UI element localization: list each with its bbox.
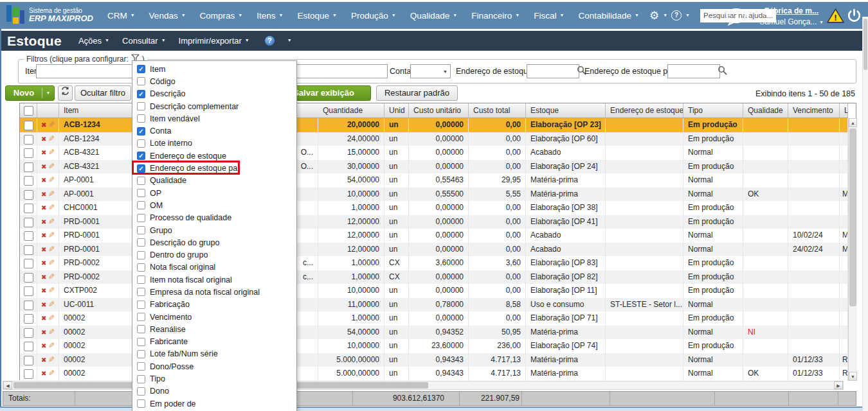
column-header-lote[interactable]: Lo xyxy=(840,103,848,118)
checked-checkbox[interactable]: ✓ xyxy=(137,127,145,136)
row-checkbox[interactable] xyxy=(24,356,33,365)
endereco-pai-search-icon[interactable] xyxy=(718,66,727,78)
column-option-endere-o-de-estoque[interactable]: ✓Endereço de estoque xyxy=(132,150,296,162)
delete-icon[interactable]: ✖ xyxy=(41,177,46,184)
navbar-menu-contabilidade[interactable]: Contabilidade▼ xyxy=(578,11,639,21)
edit-icon[interactable]: ✎ xyxy=(48,201,55,215)
column-header-unid[interactable]: Unid xyxy=(384,103,409,118)
row-checkbox[interactable] xyxy=(24,245,33,255)
horizontal-scrollbar[interactable]: ◀ ▶ xyxy=(3,381,844,390)
row-checkbox[interactable] xyxy=(24,231,33,241)
checked-checkbox[interactable]: ✓ xyxy=(137,164,145,173)
novo-button[interactable]: Novo ▼ xyxy=(5,85,55,101)
row-checkbox[interactable] xyxy=(24,259,33,268)
delete-icon[interactable]: ✖ xyxy=(41,232,46,239)
restaurar-padrao-button[interactable]: Restaurar padrão xyxy=(376,85,458,101)
navbar-menu-compras[interactable]: Compras▼ xyxy=(200,11,243,21)
delete-icon[interactable]: ✖ xyxy=(41,191,46,198)
column-option-item[interactable]: ✓Item xyxy=(132,63,296,75)
checked-checkbox[interactable]: ✓ xyxy=(137,152,145,160)
unchecked-checkbox[interactable] xyxy=(137,338,145,346)
delete-icon[interactable]: ✖ xyxy=(41,342,46,349)
column-option-empresa-da-nota-fiscal-original[interactable]: Empresa da nota fiscal original xyxy=(132,286,296,298)
vertical-scrollbar[interactable]: ▲ ▼ xyxy=(848,118,857,381)
page-scrollbar[interactable] xyxy=(862,17,868,411)
edit-icon[interactable]: ✎ xyxy=(48,188,55,202)
row-checkbox[interactable] xyxy=(24,135,33,144)
select-all-checkbox[interactable] xyxy=(24,106,33,116)
edit-icon[interactable]: ✎ xyxy=(48,367,55,381)
edit-icon[interactable]: ✎ xyxy=(48,326,55,340)
delete-icon[interactable]: ✖ xyxy=(41,136,46,143)
scroll-up-icon[interactable]: ▲ xyxy=(849,118,857,127)
unchecked-checkbox[interactable] xyxy=(137,214,145,222)
row-checkbox[interactable] xyxy=(24,121,33,130)
page-scrollbar-thumb[interactable] xyxy=(863,19,867,70)
edit-icon[interactable]: ✎ xyxy=(48,284,55,298)
conta-filter-select[interactable]: ▼ xyxy=(410,64,451,78)
unchecked-checkbox[interactable] xyxy=(137,275,145,284)
delete-icon[interactable]: ✖ xyxy=(41,121,46,128)
gear-icon[interactable]: ⚙ xyxy=(649,10,659,21)
navbar-menu-produ-o[interactable]: Produção▼ xyxy=(351,11,396,21)
column-option-em-poder-de[interactable]: Em poder de xyxy=(132,398,296,410)
edit-icon[interactable]: ✎ xyxy=(48,311,55,326)
unchecked-checkbox[interactable] xyxy=(137,288,145,296)
column-option-lote-fab-num-s-rie[interactable]: Lote fab/Num série xyxy=(132,348,296,360)
navbar-menu-estoque[interactable]: Estoque▼ xyxy=(298,11,337,21)
navbar-menu-crm[interactable]: CRM▼ xyxy=(107,11,135,21)
column-option-descri-o-do-grupo[interactable]: Descrição do grupo xyxy=(132,236,296,249)
unchecked-checkbox[interactable] xyxy=(137,301,145,309)
column-option-conta[interactable]: ✓Conta xyxy=(132,125,296,137)
row-checkbox[interactable] xyxy=(24,273,33,283)
help-icon[interactable]: ? xyxy=(671,10,682,21)
column-option-item-vend-vel[interactable]: Item vendável xyxy=(132,112,296,125)
column-option-descri-o[interactable]: ✓Descrição xyxy=(132,88,296,100)
unchecked-checkbox[interactable] xyxy=(137,263,145,272)
row-checkbox[interactable] xyxy=(24,148,33,158)
user-menu[interactable]: Samuel Gonça... ▼ xyxy=(759,17,824,26)
delete-icon[interactable]: ✖ xyxy=(41,329,46,336)
edit-icon[interactable]: ✎ xyxy=(48,243,55,257)
navbar-menu-vendas[interactable]: Vendas▼ xyxy=(149,11,186,21)
delete-icon[interactable]: ✖ xyxy=(41,259,46,267)
checked-checkbox[interactable]: ✓ xyxy=(137,90,145,98)
unchecked-checkbox[interactable] xyxy=(137,362,145,371)
column-option-fabrica-o[interactable]: Fabricação xyxy=(132,299,296,311)
edit-icon[interactable]: ✎ xyxy=(48,270,55,284)
endereco-pai-filter-input[interactable] xyxy=(667,64,720,78)
row-checkbox[interactable] xyxy=(24,369,33,379)
unchecked-checkbox[interactable] xyxy=(137,325,145,333)
unchecked-checkbox[interactable] xyxy=(137,251,145,259)
unchecked-checkbox[interactable] xyxy=(137,139,145,148)
edit-icon[interactable]: ✎ xyxy=(48,118,55,132)
edit-icon[interactable]: ✎ xyxy=(48,160,55,174)
delete-icon[interactable]: ✖ xyxy=(41,287,46,294)
row-checkbox[interactable] xyxy=(24,162,33,172)
column-option-endere-o-de-estoque-pai[interactable]: ✓Endereço de estoque pai xyxy=(132,162,296,174)
edit-icon[interactable]: ✎ xyxy=(48,215,55,229)
column-header-qual[interactable]: Qualidade xyxy=(743,103,788,118)
unchecked-checkbox[interactable] xyxy=(137,114,145,123)
delete-icon[interactable]: ✖ xyxy=(41,218,46,225)
ocultar-filtro-button[interactable]: Ocultar filtro xyxy=(75,85,131,101)
column-option-nota-fiscal-original[interactable]: Nota fiscal original xyxy=(132,261,296,274)
row-checkbox[interactable] xyxy=(24,190,33,200)
column-header-ct[interactable]: Custo total xyxy=(469,103,526,118)
novo-caret-icon[interactable]: ▼ xyxy=(42,86,54,100)
vscroll-thumb[interactable] xyxy=(849,128,856,306)
unchecked-checkbox[interactable] xyxy=(137,189,145,197)
module-menu-imprimir-exportar[interactable]: Imprimir/exportar▼ xyxy=(179,36,249,46)
company-link[interactable]: Fábrica de m... xyxy=(759,6,824,15)
module-menu-consultar[interactable]: Consultar▼ xyxy=(122,36,166,46)
unchecked-checkbox[interactable] xyxy=(137,350,145,358)
navbar-menu-fiscal[interactable]: Fiscal▼ xyxy=(534,11,564,21)
unchecked-checkbox[interactable] xyxy=(137,399,145,408)
gear-caret-icon[interactable]: ▼ xyxy=(663,13,667,17)
navbar-menu-qualidade[interactable]: Qualidade▼ xyxy=(410,11,458,21)
column-header-end[interactable]: Endereço de estoque xyxy=(606,103,683,118)
column-option-c-digo[interactable]: Código xyxy=(132,75,296,87)
column-option-fabricante[interactable]: Fabricante xyxy=(132,336,296,348)
scroll-left-icon[interactable]: ◀ xyxy=(3,381,12,389)
unchecked-checkbox[interactable] xyxy=(137,387,145,396)
